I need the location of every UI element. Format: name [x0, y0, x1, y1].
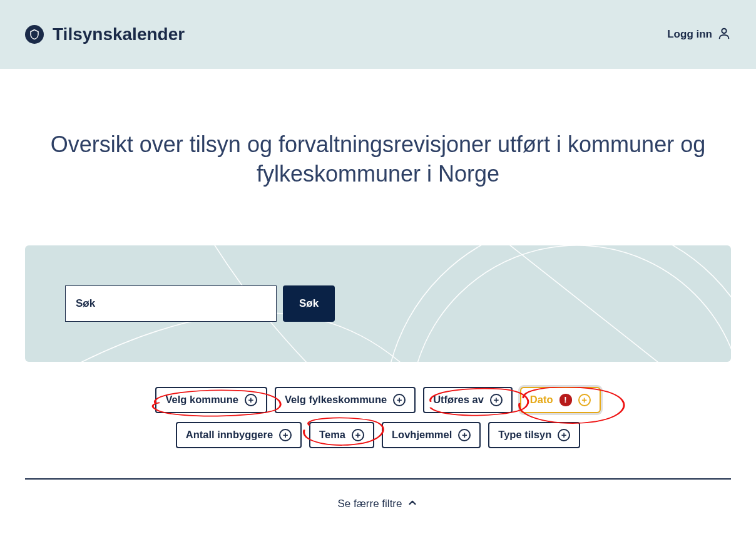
main-content: Oversikt over tilsyn og forvaltningsrevi…: [25, 130, 731, 530]
svg-point-0: [722, 28, 726, 33]
plus-icon: +: [352, 429, 364, 441]
filter-chip-row-1: Velg kommune + Velg fylkeskommune + Utfø…: [25, 387, 731, 413]
filter-dato[interactable]: Dato ! +: [520, 387, 601, 413]
search-row: Søk: [65, 285, 691, 322]
toggle-label: Se færre filtre: [338, 498, 402, 510]
plus-icon: +: [245, 394, 257, 406]
search-hero: Søk: [25, 245, 731, 362]
filter-lovhjemmel[interactable]: Lovhjemmel +: [382, 422, 481, 448]
filter-utfores-av[interactable]: Utføres av +: [423, 387, 513, 413]
filter-chip-row-2: Antall innbyggere + Tema + Lovhjemmel + …: [25, 422, 731, 448]
filter-label: Velg kommune: [165, 394, 238, 406]
filter-velg-kommune[interactable]: Velg kommune +: [155, 387, 267, 413]
search-input[interactable]: [65, 285, 277, 322]
filter-tema[interactable]: Tema +: [309, 422, 374, 448]
section-divider: [25, 478, 731, 480]
filter-label: Lovhjemmel: [392, 429, 452, 441]
filter-label: Type tilsyn: [498, 429, 551, 441]
filter-label: Utføres av: [433, 394, 484, 406]
filters-area: Velg kommune + Velg fylkeskommune + Utfø…: [25, 387, 731, 448]
site-header: Tilsynskalender Logg inn: [0, 0, 756, 69]
plus-icon: +: [458, 429, 471, 441]
page-title: Oversikt over tilsyn og forvaltningsrevi…: [25, 130, 731, 189]
plus-icon: +: [490, 394, 503, 406]
filter-antall-innbyggere[interactable]: Antall innbyggere +: [176, 422, 302, 448]
alert-badge-icon: !: [559, 394, 572, 406]
plus-icon: +: [279, 429, 292, 441]
login-label: Logg inn: [667, 28, 712, 41]
header-left: Tilsynskalender: [25, 24, 185, 44]
plus-icon: +: [393, 394, 406, 406]
filter-label: Tema: [319, 429, 345, 441]
plus-icon: +: [558, 429, 570, 441]
search-button[interactable]: Søk: [283, 285, 335, 322]
filter-label: Dato: [530, 394, 553, 406]
user-icon: [717, 26, 731, 43]
login-link[interactable]: Logg inn: [667, 26, 731, 43]
filter-label: Antall innbyggere: [186, 429, 273, 441]
chevron-up-icon: [407, 497, 418, 511]
filter-type-tilsyn[interactable]: Type tilsyn +: [488, 422, 580, 448]
filter-label: Velg fylkeskommune: [285, 394, 387, 406]
plus-icon: +: [578, 394, 591, 406]
site-title: Tilsynskalender: [53, 24, 185, 44]
national-emblem-icon: [25, 25, 44, 44]
toggle-fewer-filters[interactable]: Se færre filtre: [25, 497, 731, 530]
filter-velg-fylkeskommune[interactable]: Velg fylkeskommune +: [275, 387, 416, 413]
